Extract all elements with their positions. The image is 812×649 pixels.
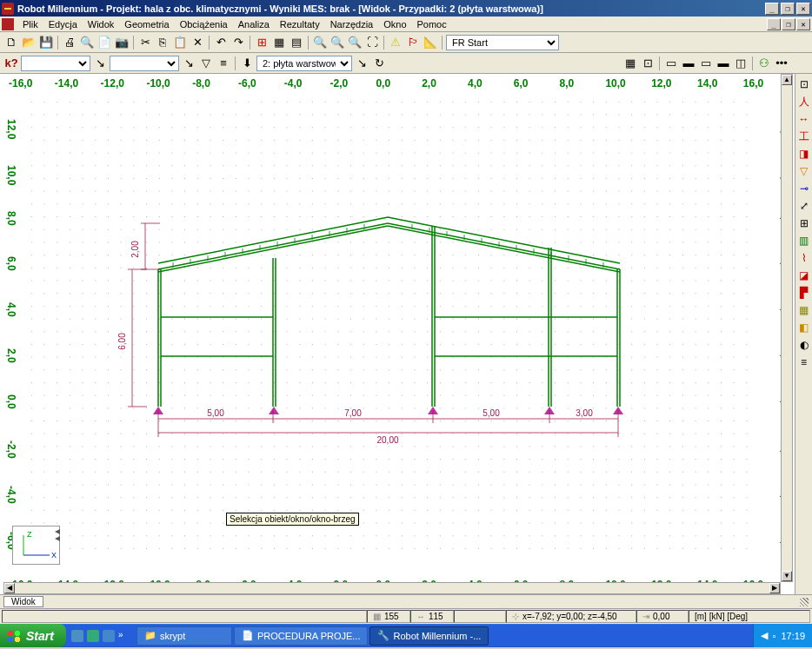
zoom-out-icon[interactable]: 🔍 <box>347 35 363 50</box>
save-icon[interactable]: 💾 <box>38 35 54 50</box>
palette-plate-icon[interactable]: ▦ <box>797 303 811 317</box>
palette-support-icon[interactable]: ▽ <box>797 164 811 178</box>
paste-icon[interactable]: 📋 <box>172 35 188 50</box>
quicklaunch[interactable]: » <box>66 630 136 642</box>
ql-icon-1[interactable] <box>71 630 83 642</box>
tray-app-icon[interactable]: ▫ <box>773 631 776 641</box>
measure-icon[interactable]: 📐 <box>423 35 438 50</box>
scroll-right-icon[interactable]: ▶ <box>769 583 780 593</box>
nodes-icon[interactable]: ••• <box>774 56 789 71</box>
view4-icon[interactable]: ▬ <box>715 56 731 71</box>
ql-icon-2[interactable] <box>87 630 99 642</box>
redo-icon[interactable]: ↷ <box>230 35 246 50</box>
select-bar-icon[interactable]: ↘ <box>181 56 196 71</box>
scroll-left-icon[interactable]: ◀ <box>4 583 15 593</box>
delete-icon[interactable]: ✕ <box>190 35 205 50</box>
print-icon[interactable]: 🖨 <box>62 35 77 50</box>
preview-icon[interactable]: 🔍 <box>79 35 95 50</box>
palette-panel-icon[interactable]: ◪ <box>797 268 811 282</box>
mdi-minimize-button[interactable]: _ <box>767 18 781 30</box>
scroll-down-icon[interactable]: ▼ <box>782 571 792 581</box>
view1-icon[interactable]: ▭ <box>663 56 679 71</box>
calc2-icon[interactable]: ▦ <box>271 35 287 50</box>
scrollbar-vertical[interactable]: ▲ ▼ <box>781 74 793 582</box>
start-button[interactable]: Start <box>0 624 66 647</box>
palette-info-icon[interactable]: ◐ <box>797 338 811 352</box>
zoom-in-icon[interactable]: 🔍 <box>329 35 345 50</box>
view2-icon[interactable]: ▬ <box>681 56 696 71</box>
palette-material-icon[interactable]: ◨ <box>797 147 811 161</box>
scrollbar-horizontal[interactable]: ◀ ▶ <box>3 582 781 594</box>
coord-gizmo[interactable]: Z X <box>12 526 60 565</box>
task-robot-millennium-[interactable]: 🔧Robot Millennium -... <box>369 626 489 646</box>
page-icon[interactable]: 📄 <box>97 35 112 50</box>
palette-cable-icon[interactable]: ⌇ <box>797 251 811 265</box>
menu-analiza[interactable]: Analiza <box>233 19 275 30</box>
ql-icon-4[interactable]: » <box>118 630 130 642</box>
view3-icon[interactable]: ▭ <box>698 56 714 71</box>
tray-icon[interactable]: ◀ <box>761 630 768 641</box>
palette-node-icon[interactable]: 人 <box>797 95 811 109</box>
copy-icon[interactable]: ⎘ <box>155 35 170 50</box>
drawing-canvas[interactable]: -16,0-14,0-12,0-10,0-8,0-6,0-4,0-2,00,02… <box>3 74 781 582</box>
palette-snap-icon[interactable]: ⊡ <box>797 77 811 91</box>
funnel-icon[interactable]: ▽ <box>198 56 214 71</box>
layout-selector[interactable]: FR Start <box>446 35 559 50</box>
bar-selector[interactable] <box>110 56 179 71</box>
select-node-icon[interactable]: ↘ <box>92 56 108 71</box>
snap-icon[interactable]: ⊡ <box>640 56 656 71</box>
palette-release-icon[interactable]: ⊸ <box>797 182 811 195</box>
calc-icon[interactable]: ⊞ <box>254 35 270 50</box>
menu-obciążenia[interactable]: Obciążenia <box>175 19 233 30</box>
mdi-restore-button[interactable]: ❐ <box>782 18 795 30</box>
open-icon[interactable]: 📂 <box>21 35 37 50</box>
undo-icon[interactable]: ↶ <box>213 35 229 50</box>
palette-bar-icon[interactable]: ↔ <box>797 112 811 126</box>
menu-plik[interactable]: Plik <box>17 19 43 30</box>
info-icon[interactable]: 🏳 <box>405 35 421 50</box>
help-hint-icon[interactable]: k? <box>3 56 19 71</box>
status-val1: ▦155 <box>367 610 410 623</box>
tree-icon[interactable]: ⚇ <box>756 56 772 71</box>
menu-pomoc[interactable]: Pomoc <box>412 19 452 30</box>
ql-icon-3[interactable] <box>103 630 115 642</box>
select-case-icon[interactable]: ↘ <box>354 56 369 71</box>
task-skrypt[interactable]: 📁skrypt <box>136 626 232 646</box>
grid-icon[interactable]: ▦ <box>622 56 638 71</box>
palette-loadtype-icon[interactable]: ▥ <box>797 234 811 248</box>
close-button[interactable]: ✕ <box>796 3 810 15</box>
screenshot-icon[interactable]: 📷 <box>114 35 130 50</box>
minimize-button[interactable]: _ <box>765 3 779 15</box>
mdi-close-button[interactable]: ✕ <box>796 18 810 30</box>
palette-calc-icon[interactable]: ≡ <box>797 355 811 369</box>
view-tab-widok[interactable]: Widok <box>3 596 43 607</box>
menu-rezultaty[interactable]: Rezultaty <box>275 19 325 30</box>
case-selector[interactable]: 2: płyta warstwowa <box>256 56 352 71</box>
task-procedura-proje-[interactable]: 📄PROCEDURA PROJE... <box>234 626 369 646</box>
palette-edit-icon[interactable]: ◧ <box>797 321 811 334</box>
menu-geometria[interactable]: Geometria <box>119 19 174 30</box>
table-icon[interactable]: ▤ <box>289 35 304 50</box>
warning-icon[interactable]: ⚠ <box>388 35 403 50</box>
palette-profile-icon[interactable]: 工 <box>797 129 811 143</box>
zoom-window-icon[interactable]: 🔍 <box>312 35 328 50</box>
case-icon[interactable]: ⬇ <box>239 56 255 71</box>
menu-widok[interactable]: Widok <box>83 19 120 30</box>
reload-icon[interactable]: ↻ <box>371 56 387 71</box>
node-selector[interactable] <box>21 56 90 71</box>
task-label: Robot Millennium -... <box>393 631 481 641</box>
maximize-button[interactable]: ❐ <box>781 3 795 15</box>
layers-icon[interactable]: ≡ <box>216 56 231 71</box>
system-tray[interactable]: ◀ ▫ 17:19 <box>753 624 812 647</box>
menu-narzędzia[interactable]: Narzędzia <box>325 19 379 30</box>
cut-icon[interactable]: ✂ <box>137 35 153 50</box>
view3d-icon[interactable]: ◫ <box>733 56 749 71</box>
palette-hinge-icon[interactable]: ▛ <box>797 286 811 300</box>
zoom-all-icon[interactable]: ⛶ <box>364 35 380 50</box>
new-icon[interactable]: 🗋 <box>3 35 19 50</box>
menu-okno[interactable]: Okno <box>378 19 411 30</box>
menu-edycja[interactable]: Edycja <box>43 19 83 30</box>
scroll-up-icon[interactable]: ▲ <box>782 75 792 85</box>
palette-load-icon[interactable]: ⊞ <box>797 216 811 230</box>
palette-offset-icon[interactable]: ⤢ <box>797 199 811 213</box>
